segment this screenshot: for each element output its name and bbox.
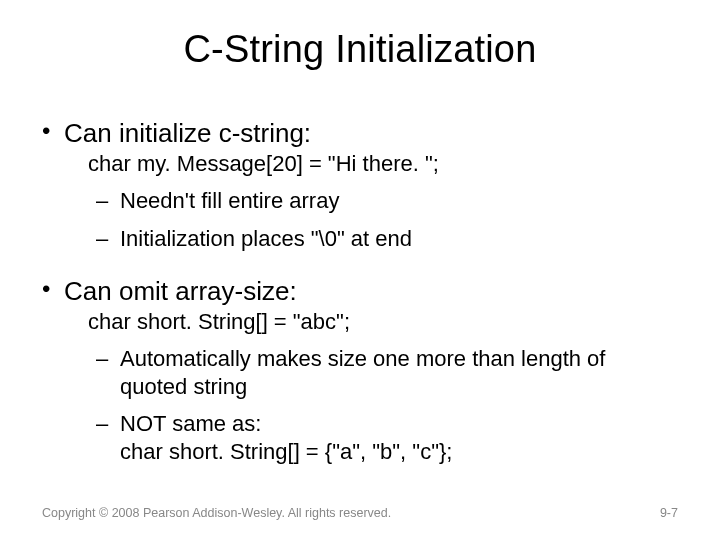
slide-title: C-String Initialization [0,28,720,71]
sub-bullet-neednt-fill: Needn't fill entire array [42,187,678,215]
slide: C-String Initialization Can initialize c… [0,0,720,540]
sub-bullet-auto-size: Automatically makes size one more than l… [42,345,678,400]
slide-body: Can initialize c-string: char my. Messag… [42,108,678,469]
bullet-can-initialize: Can initialize c-string: [42,118,678,149]
code-line-1: char my. Message[20] = "Hi there. "; [42,151,678,177]
footer-page-number: 9-7 [660,506,678,520]
sub-bullet-not-same: NOT same as: char short. String[] = {"a"… [42,410,678,465]
footer-copyright: Copyright © 2008 Pearson Addison-Wesley.… [42,506,391,520]
code-line-2: char short. String[] = "abc"; [42,309,678,335]
bullet-can-omit: Can omit array-size: [42,276,678,307]
sub-bullet-init-places: Initialization places "\0" at end [42,225,678,253]
